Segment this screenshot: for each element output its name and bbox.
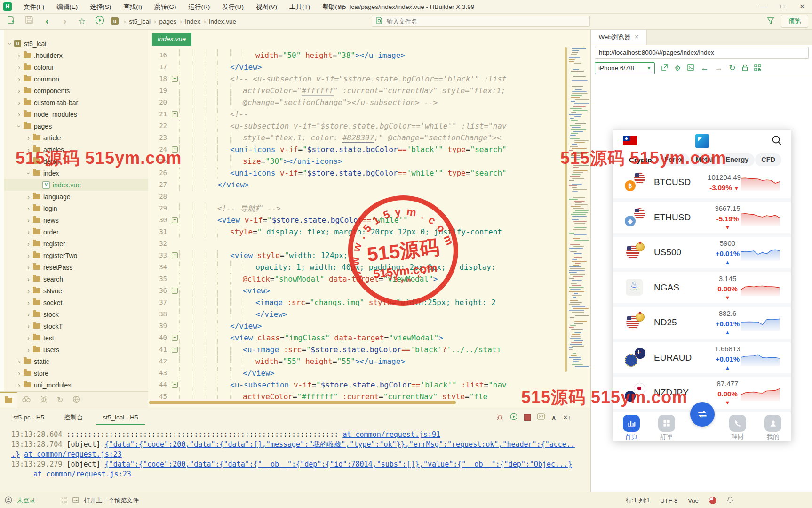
- run-icon[interactable]: [94, 16, 105, 27]
- debug-bug-icon[interactable]: [40, 395, 48, 404]
- code-line[interactable]: 44−<u-subsection v-if="$store.state.bgCo…: [148, 379, 566, 391]
- forward-icon[interactable]: ›: [59, 16, 71, 27]
- fold-marker[interactable]: −: [172, 76, 178, 82]
- tree-chevron-icon[interactable]: ›: [16, 111, 23, 118]
- notification-bell-icon[interactable]: [727, 496, 733, 505]
- tree-item-components[interactable]: ›components: [4, 85, 148, 97]
- code-line[interactable]: 16width="50" height="38"></u-image>: [148, 49, 566, 61]
- tree-item-search[interactable]: ›search: [4, 273, 148, 285]
- fold-marker[interactable]: −: [172, 382, 178, 388]
- tree-chevron-icon[interactable]: ›: [25, 228, 32, 236]
- browser-tab-close-icon[interactable]: ✕: [634, 34, 638, 40]
- code-line[interactable]: 28: [148, 191, 566, 202]
- user-account-icon[interactable]: [5, 496, 12, 505]
- tree-chevron-icon[interactable]: ›: [16, 52, 23, 59]
- tree-chevron-icon[interactable]: ›: [25, 323, 32, 330]
- menu-发行(U)[interactable]: 发行(U): [216, 0, 250, 13]
- search-binoculars-icon[interactable]: [22, 396, 31, 404]
- tree-chevron-icon[interactable]: ›: [16, 381, 23, 389]
- log-link[interactable]: at common/request.js:23: [33, 470, 131, 478]
- code-line[interactable]: 30−<view v-if="$store.state.bgColor=='wh…: [148, 214, 566, 226]
- tree-chevron-icon[interactable]: ›: [25, 275, 32, 283]
- menu-帮助(Y)[interactable]: 帮助(Y): [316, 0, 350, 13]
- file-search-box[interactable]: [372, 16, 590, 27]
- code-line[interactable]: 17</view>: [148, 61, 566, 73]
- code-line[interactable]: 40−<view class="imgClass" data-target="v…: [148, 332, 566, 344]
- save-icon[interactable]: [24, 16, 35, 27]
- market-tab-Forex[interactable]: Forex: [658, 153, 689, 166]
- nav-item-首頁[interactable]: 首頁: [613, 412, 649, 441]
- code-line[interactable]: 18−<!-- <u-subsection v-if="$store.state…: [148, 73, 566, 85]
- tree-chevron-icon[interactable]: ›: [16, 99, 23, 106]
- tree-chevron-icon[interactable]: ›: [25, 146, 32, 153]
- fold-marker[interactable]: −: [172, 347, 178, 353]
- editor-tab[interactable]: index.vue: [152, 33, 191, 46]
- code-line[interactable]: 19activeColor="#ffffff" :current="curren…: [148, 85, 566, 97]
- minimap[interactable]: [568, 48, 589, 389]
- files-tab-icon[interactable]: [0, 392, 17, 408]
- favorite-star-icon[interactable]: ☆: [76, 16, 88, 27]
- breadcrumb-item[interactable]: index.vue: [209, 18, 236, 25]
- tree-item-test[interactable]: ›test: [4, 332, 148, 344]
- log-link[interactable]: at common/request.js:91: [342, 430, 440, 439]
- code-line[interactable]: 23style="flex:1; color: #828397;" @chang…: [148, 132, 566, 144]
- taiwan-flag-icon[interactable]: [623, 136, 637, 145]
- nav-item-我的[interactable]: 我的: [756, 412, 791, 441]
- tree-chevron-icon[interactable]: ›: [25, 169, 32, 177]
- qr-code-icon[interactable]: [754, 64, 761, 73]
- tree-item-language[interactable]: ›language: [4, 191, 148, 202]
- back-icon[interactable]: ‹: [41, 16, 53, 27]
- tree-item-socket[interactable]: ›socket: [4, 297, 148, 308]
- refresh-icon[interactable]: ↻: [57, 395, 63, 404]
- market-tab-Metal[interactable]: Metal: [689, 153, 719, 166]
- tree-chevron-icon[interactable]: ›: [25, 252, 32, 259]
- web-globe-icon[interactable]: [72, 395, 80, 404]
- code-line[interactable]: 37<image :src="changs.img" style="width:…: [148, 297, 566, 308]
- preview-button[interactable]: 预览: [781, 15, 808, 28]
- code-line[interactable]: 42width="55" height="55"></u-image>: [148, 355, 566, 367]
- fold-marker[interactable]: −: [172, 252, 178, 258]
- tree-chevron-icon[interactable]: ›: [25, 334, 32, 342]
- market-row-ND25[interactable]: ND25 882.6 +0.01% ▲: [613, 307, 791, 339]
- breadcrumb-item[interactable]: index: [185, 18, 200, 25]
- open-previous-preview[interactable]: 打开上一个预览文件: [84, 496, 139, 505]
- tree-item-static[interactable]: ›static: [4, 355, 148, 367]
- cursor-position[interactable]: 行:1 列:1: [626, 496, 650, 505]
- code-line[interactable]: 41−<u-image :src="$store.state.bgColor==…: [148, 344, 566, 355]
- open-external-icon[interactable]: [661, 64, 669, 73]
- search-icon[interactable]: [771, 135, 782, 147]
- tree-item-common[interactable]: ›common: [4, 73, 148, 85]
- nav-item-訂單[interactable]: 訂單: [649, 412, 684, 441]
- menu-视图(V)[interactable]: 视图(V): [250, 0, 283, 13]
- usage-pie-icon[interactable]: [709, 497, 716, 504]
- tree-item-stockT[interactable]: ›stockT: [4, 320, 148, 332]
- tree-chevron-icon[interactable]: ›: [25, 287, 32, 295]
- market-tab-Crypto[interactable]: Crypto: [623, 153, 658, 166]
- language-mode[interactable]: Vue: [688, 497, 699, 504]
- tree-item-order[interactable]: ›order: [4, 226, 148, 238]
- console-tab-st5-pc - H5[interactable]: st5-pc - H5: [7, 411, 51, 425]
- tree-item-index.vue[interactable]: Vindex.vue: [4, 179, 148, 191]
- vertical-scrollbar[interactable]: [565, 47, 567, 372]
- code-line[interactable]: 36−<view>: [148, 285, 566, 297]
- device-selector[interactable]: iPhone 6/7/8▼: [595, 62, 655, 74]
- console-clear-icon[interactable]: ✕↓: [563, 414, 571, 421]
- tree-chevron-icon[interactable]: ›: [25, 134, 32, 142]
- url-input[interactable]: [595, 47, 809, 59]
- tree-chevron-icon[interactable]: ›: [25, 158, 32, 165]
- breadcrumb-item[interactable]: pages: [159, 18, 176, 25]
- console-tab-控制台[interactable]: 控制台: [57, 411, 90, 425]
- tree-chevron-icon[interactable]: ›: [16, 64, 23, 71]
- settings-gear-icon[interactable]: ⚙: [675, 64, 681, 73]
- horizontal-scrollbar[interactable]: [149, 401, 456, 404]
- code-line[interactable]: 29<!-- 导航栏 -->: [148, 202, 566, 214]
- code-line[interactable]: 20@change="sectionChange"></u-subsection…: [148, 97, 566, 108]
- console-bug-icon[interactable]: [496, 413, 503, 422]
- tree-item-node_modules[interactable]: ›node_modules: [4, 108, 148, 120]
- market-tab-Energy[interactable]: Energy: [719, 153, 755, 166]
- tree-item-articles[interactable]: ›articles: [4, 144, 148, 155]
- tree-chevron-icon[interactable]: ›: [25, 299, 32, 306]
- code-editor[interactable]: index.vue 16width="50" height="38"></u-i…: [148, 29, 590, 408]
- market-row-BTCUSD[interactable]: ฿ BTCUSD 101204.49 -3.09% ▼: [613, 167, 791, 198]
- menu-工具(T)[interactable]: 工具(T): [283, 0, 316, 13]
